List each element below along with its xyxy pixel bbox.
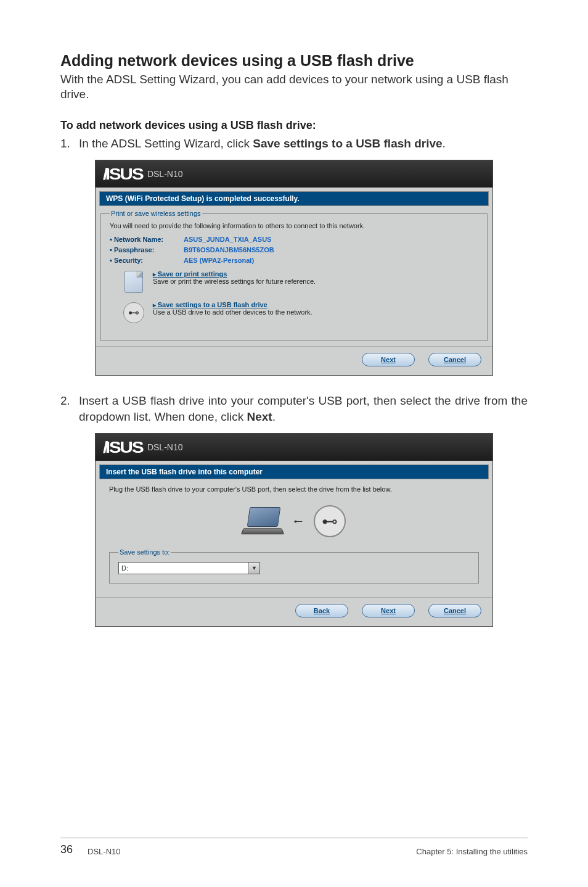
cancel-button[interactable]: Cancel [428, 353, 481, 366]
section-title: Adding network devices using a USB flash… [60, 52, 528, 70]
group-legend: Print or save wireless settings [110, 210, 202, 217]
next-button[interactable]: Next [362, 353, 415, 366]
security-value: AES (WPA2-Personal) [184, 257, 254, 264]
wizard-header: ISUS DSL-N10 [96, 434, 492, 461]
brand-logo: ISUS [103, 165, 142, 184]
banner-insert-usb: Insert the USB flash drive into this com… [99, 464, 489, 479]
wizard-wps-complete: ISUS DSL-N10 WPS (WiFi Protected Setup) … [95, 160, 493, 376]
usb-symbol-icon: ⊷ [314, 505, 346, 537]
passphrase-value: B9T6OSDANJBM56NS5ZOB [184, 246, 274, 254]
brand-logo: ISUS [103, 438, 142, 457]
network-name-label: Network Name: [110, 236, 184, 243]
wizard-footer: Back Next Cancel [96, 597, 492, 626]
step-2: 2. Insert a USB flash drive into your co… [60, 393, 528, 424]
step-number: 2. [60, 393, 79, 424]
arrow-left-icon: ← [292, 513, 305, 529]
step-1: 1. In the ADSL Setting Wizard, click Sav… [60, 136, 528, 152]
document-icon [122, 270, 145, 294]
drive-select-value: D: [121, 564, 128, 572]
action-save-usb-desc: Use a USB drive to add other devices to … [153, 308, 312, 316]
action-save-print[interactable]: Save or print settings Save or print the… [122, 270, 478, 294]
plug-instruction: Plug the USB flash drive to your compute… [109, 485, 479, 493]
action-save-print-heading: Save or print settings [153, 270, 316, 278]
back-button[interactable]: Back [295, 604, 348, 617]
action-save-usb-heading: Save settings to a USB flash drive [153, 301, 312, 308]
wizard-header: ISUS DSL-N10 [96, 160, 492, 188]
wireless-settings-group: Print or save wireless settings You will… [100, 210, 488, 341]
step-number: 1. [60, 136, 79, 152]
passphrase-label: Passphrase: [110, 246, 184, 254]
page-number: 36 [60, 843, 73, 856]
next-button[interactable]: Next [362, 604, 415, 617]
model-label: DSL-N10 [147, 169, 183, 179]
wizard-footer: Next Cancel [96, 346, 492, 375]
info-line: You will need to provide the following i… [110, 222, 478, 229]
action-save-print-desc: Save or print the wireless settings for … [153, 278, 316, 285]
page-footer: 36 DSL-N10 Chapter 5: Installing the uti… [60, 838, 528, 856]
step2-bold: Next [247, 410, 272, 423]
cancel-button[interactable]: Cancel [428, 604, 481, 617]
network-name-value: ASUS_JUNDA_TXIA_ASUS [184, 236, 271, 243]
usb-icon: ⊷ [122, 301, 145, 324]
product-name: DSL-N10 [88, 847, 120, 856]
sub-heading: To add network devices using a USB flash… [60, 119, 528, 132]
wizard-insert-usb: ISUS DSL-N10 Insert the USB flash drive … [95, 433, 493, 627]
laptop-icon [242, 507, 283, 535]
save-to-group: Save settings to: D: ▼ [109, 548, 479, 584]
action-save-usb[interactable]: ⊷ Save settings to a USB flash drive Use… [122, 301, 478, 324]
step2-suffix: . [272, 410, 276, 423]
step2-prefix: Insert a USB flash drive into your compu… [79, 394, 528, 423]
step1-bold: Save settings to a USB flash drive [253, 137, 442, 150]
chapter-label: Chapter 5: Installing the utilities [416, 847, 528, 856]
chevron-down-icon[interactable]: ▼ [248, 563, 259, 574]
intro-text: With the ADSL Setting Wizard, you can ad… [60, 72, 528, 102]
model-label: DSL-N10 [147, 442, 183, 452]
save-to-legend: Save settings to: [118, 548, 171, 556]
drive-select[interactable]: D: ▼ [118, 562, 260, 574]
usb-diagram: ← ⊷ [100, 505, 488, 537]
step1-suffix: . [443, 137, 446, 150]
security-label: Security: [110, 257, 184, 264]
banner-wps-complete: WPS (WiFi Protected Setup) is completed … [99, 191, 489, 206]
step1-prefix: In the ADSL Setting Wizard, click [79, 137, 253, 150]
